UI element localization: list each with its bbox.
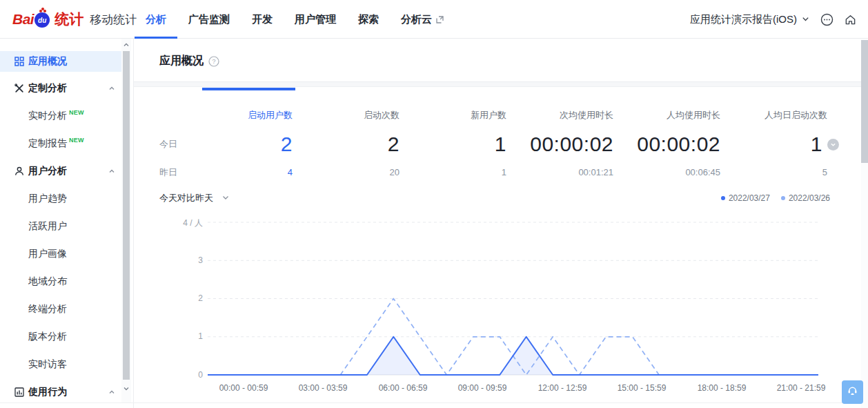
scroll-up-arrow-icon[interactable]: [121, 40, 131, 50]
nav-item-user-mgmt[interactable]: 用户管理: [284, 0, 347, 39]
metric-today-value: 2: [281, 133, 308, 156]
bottom-divider: [0, 402, 868, 403]
sidebar-item-custom-report[interactable]: 定制报告 NEW: [0, 130, 121, 157]
grid-icon: [14, 56, 25, 67]
metric-new-users[interactable]: 新用户数 1 1: [415, 105, 522, 178]
sidebar-item-active-users[interactable]: 活跃用户: [0, 213, 121, 240]
sidebar-item-version-analysis[interactable]: 版本分析: [0, 323, 121, 351]
svg-text:?: ?: [212, 57, 215, 65]
tools-icon: [14, 83, 25, 94]
headset-icon: [846, 385, 859, 400]
row-label-today: 今日: [159, 133, 201, 156]
chevron-up-icon: [108, 84, 116, 93]
y-axis-tick: 4 / 人: [134, 217, 203, 229]
app-selector-dropdown[interactable]: 应用统计演示报告(iOS): [690, 13, 810, 26]
metric-yesterday-value: 20: [390, 167, 415, 178]
logo-tongji-text: 统计: [55, 10, 83, 29]
top-nav: 分析 广告监测 开发 用户管理 探索 分析云: [135, 0, 455, 39]
metrics-row-headers: 今日 昨日: [159, 105, 201, 178]
row-label-yesterday: 昨日: [159, 167, 201, 178]
app-window: Bai du 统计 移动统计 分析 广告监测 开发 用户管理 探索: [0, 0, 868, 408]
nav-item-explore[interactable]: 探索: [347, 0, 390, 39]
x-axis-tick: 18:00 - 18:59: [682, 383, 762, 393]
page-scrollbar-thumb[interactable]: [861, 40, 868, 163]
metric-yesterday-value: 4: [288, 167, 308, 178]
baidu-tongji-logo[interactable]: Bai du 统计 移动统计: [12, 0, 137, 39]
customer-service-button[interactable]: [842, 380, 863, 404]
compare-select-dropdown[interactable]: 今天对比昨天: [159, 192, 230, 204]
trend-chart-plot: [208, 214, 818, 380]
x-axis-tick: 06:00 - 06:59: [363, 383, 443, 393]
metric-launch-users[interactable]: 启动用户数 2 4: [201, 105, 308, 178]
sidebar-menu: 应用概况 定制分析 实时分析 NEW 定制报告 NEW: [0, 39, 133, 406]
metric-today-value: 1: [495, 133, 522, 156]
help-icon[interactable]: ?: [208, 56, 219, 67]
home-icon[interactable]: [844, 13, 857, 26]
metric-today-value: 1: [811, 133, 842, 156]
sidebar-item-region-distribution[interactable]: 地域分布: [0, 268, 121, 295]
page-title-row: 应用概况 ?: [159, 54, 219, 68]
x-axis-tick: 12:00 - 12:59: [522, 383, 602, 393]
chart-legend: 2022/03/27 2022/03/26: [721, 193, 830, 203]
metric-today-value: 00:00:02: [530, 133, 629, 156]
sidebar-scrollbar-thumb[interactable]: [123, 51, 130, 380]
y-axis-tick: 2: [134, 293, 203, 303]
metric-today-value: 00:00:02: [637, 133, 736, 156]
y-axis-tick: 3: [134, 255, 203, 265]
sidebar-item-terminal-analysis[interactable]: 终端分析: [0, 295, 121, 323]
scroll-down-arrow-icon[interactable]: [121, 384, 131, 394]
barchart-icon: [14, 387, 25, 398]
trend-chart-area: 4 / 人 3 2 1 0 00:00 - 00:59 03:00 - 03:5…: [134, 214, 861, 408]
sidebar-item-user-trend[interactable]: 用户趋势: [0, 185, 121, 213]
sidebar: 应用概况 定制分析 实时分析 NEW 定制报告 NEW: [0, 39, 134, 408]
nav-item-develop[interactable]: 开发: [241, 0, 284, 39]
logo-bai-text: Bai: [12, 11, 34, 28]
sidebar-group-usage-behavior[interactable]: 使用行为: [0, 378, 121, 406]
x-axis-tick: 00:00 - 00:59: [204, 383, 284, 393]
x-axis-tick: 03:00 - 03:59: [283, 383, 363, 393]
metrics-summary: 今日 昨日 启动用户数 2 4 启动次数 2 20 新用户数 1 1 次均使用时…: [159, 105, 842, 178]
new-badge: NEW: [69, 137, 84, 144]
legend-dot-yesterday: [781, 196, 785, 200]
header-right-controls: 应用统计演示报告(iOS): [690, 0, 857, 39]
metric-expand-icon[interactable]: [827, 139, 839, 150]
sidebar-group-custom-analysis[interactable]: 定制分析: [0, 75, 121, 102]
nav-item-analysis-cloud[interactable]: 分析云: [390, 0, 455, 39]
y-axis-tick: 0: [134, 370, 203, 380]
sidebar-item-app-overview[interactable]: 应用概况: [0, 51, 121, 72]
external-link-icon: [435, 15, 444, 24]
sidebar-item-user-portrait[interactable]: 用户画像: [0, 240, 121, 268]
chevron-up-icon: [108, 388, 116, 396]
sidebar-group-user-analysis[interactable]: 用户分析: [0, 157, 121, 185]
logo-product-text: 移动统计: [90, 12, 137, 28]
x-axis-tick: 15:00 - 15:59: [602, 383, 682, 393]
baidu-du-icon: du: [34, 10, 52, 28]
metric-yesterday-value: 00:06:45: [685, 167, 736, 178]
legend-item-today[interactable]: 2022/03/27: [721, 193, 770, 203]
main-content: 应用概况 ? 今日 昨日 启动用户数 2 4 启动次数 2 20: [134, 39, 861, 408]
metric-yesterday-value: 00:01:21: [578, 167, 629, 178]
legend-dot-today: [721, 196, 725, 200]
more-apps-icon[interactable]: [820, 13, 834, 26]
chevron-up-icon: [108, 167, 116, 175]
metric-avg-user-duration[interactable]: 人均使用时长 00:00:02 00:06:45: [629, 105, 736, 178]
top-header: Bai du 统计 移动统计 分析 广告监测 开发 用户管理 探索: [0, 0, 868, 39]
nav-item-analysis[interactable]: 分析: [135, 0, 177, 39]
new-badge: NEW: [69, 109, 84, 116]
metric-avg-daily-launches[interactable]: 人均日启动次数 1 5: [736, 105, 842, 178]
nav-item-ad-monitor[interactable]: 广告监测: [177, 0, 241, 39]
active-metric-indicator: [202, 88, 295, 90]
sidebar-item-realtime-visitors[interactable]: 实时访客: [0, 351, 121, 378]
chevron-down-icon: [801, 14, 810, 26]
y-axis-tick: 1: [134, 331, 203, 341]
legend-item-yesterday[interactable]: 2022/03/26: [781, 193, 830, 203]
metric-avg-session-duration[interactable]: 次均使用时长 00:00:02 00:01:21: [522, 105, 629, 178]
metric-yesterday-value: 5: [822, 167, 842, 178]
metric-today-value: 2: [388, 133, 415, 156]
metric-launch-count[interactable]: 启动次数 2 20: [308, 105, 415, 178]
user-icon: [14, 166, 25, 177]
page-scrollbar: [861, 39, 868, 408]
sidebar-scrollbar: [121, 39, 131, 402]
page-title: 应用概况: [159, 54, 204, 68]
sidebar-item-realtime-analysis[interactable]: 实时分析 NEW: [0, 102, 121, 130]
